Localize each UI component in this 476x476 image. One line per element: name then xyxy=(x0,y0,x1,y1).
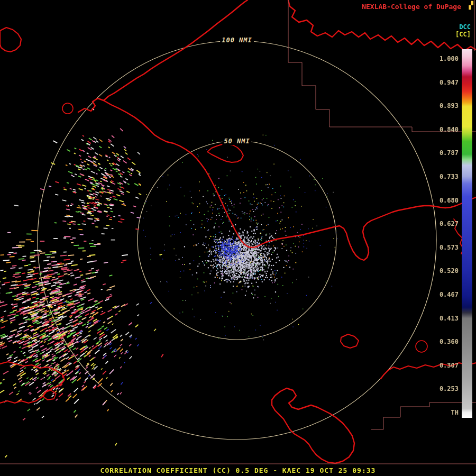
corner-logo-icon: ▞ xyxy=(469,1,473,10)
colorbar-tick-label: 0.467 xyxy=(430,291,459,299)
colorbar-tick-label: 0.840 xyxy=(430,126,459,134)
radar-viewer: 100 NMI50 NMI NEXLAB-College of DuPage ▞… xyxy=(0,0,476,476)
colorbar-tick-label: 0.573 xyxy=(430,244,459,252)
colorbar-tick-label: 0.413 xyxy=(430,315,459,323)
colorbar-tick-label: 0.360 xyxy=(430,338,459,346)
colorbar-tick-label: 0.733 xyxy=(430,173,459,181)
colorbar-tick-label: 0.893 xyxy=(430,102,459,111)
colorbar-tick-labels: 1.0000.9470.8930.8400.7870.7330.6800.627… xyxy=(430,49,459,418)
colorbar-tick-label: 0.680 xyxy=(430,197,459,205)
site-title: NEXLAB-College of DuPage xyxy=(362,3,461,11)
colorbar-tick-label: 0.787 xyxy=(430,149,459,158)
legend-header: DCC [CC] xyxy=(455,23,471,38)
threshold-label: TH xyxy=(430,409,459,417)
legend-product-code: DCC xyxy=(455,23,471,31)
colorbar-tick-label: 1.000 xyxy=(430,55,459,63)
colorbar-tick-label: 0.307 xyxy=(430,362,459,370)
range-ring-label: 100 NMI xyxy=(220,36,254,44)
colorbar-tick-label: 0.253 xyxy=(430,385,459,393)
colorbar-tick-label: 0.520 xyxy=(430,267,459,276)
legend-units-label: [CC] xyxy=(455,31,471,38)
colorbar-tick-label: 0.947 xyxy=(430,79,459,87)
status-bar: CORRELATION COEFFICIENT (CC) 0.5 DEG - K… xyxy=(0,466,476,474)
colorbar-tick-label: 0.627 xyxy=(430,220,459,228)
ring-labels-layer: 100 NMI50 NMI xyxy=(0,0,476,476)
range-ring-label: 50 NMI xyxy=(222,138,251,145)
colorbar xyxy=(462,49,472,418)
